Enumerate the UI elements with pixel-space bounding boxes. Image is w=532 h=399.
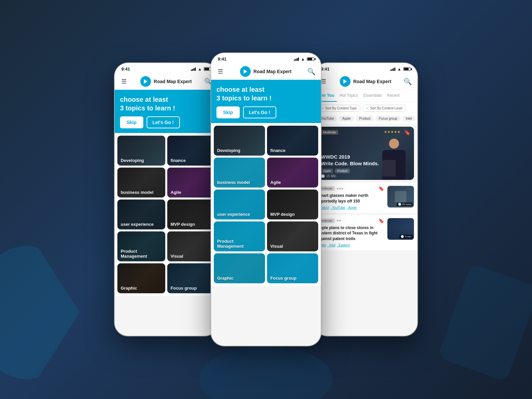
wifi-icon-3: ▲ (397, 67, 401, 71)
logo-area-2: Road Map Expert (240, 66, 291, 77)
play-icon-1 (143, 78, 149, 84)
bg-decoration-right (437, 263, 532, 382)
article-badge-row-2: Moderate 🔖 (318, 218, 384, 223)
topic-card-product-2[interactable]: ProductManagement (214, 221, 265, 251)
check-icon-level: ✓ (366, 106, 369, 110)
battery-icon-1 (204, 67, 211, 71)
topic-card-ux-1[interactable]: user experience (117, 200, 165, 229)
tag-focus-g[interactable]: Focus g (417, 116, 417, 121)
thumb-time-2: 🕐 5 min (399, 235, 413, 238)
signal-icon-1 (191, 67, 196, 71)
content-dots-2 (337, 220, 341, 221)
hamburger-menu-2[interactable]: ☰ (216, 66, 224, 76)
topic-card-agile-1[interactable]: Agile (167, 168, 215, 198)
tag-intel[interactable]: Intel (402, 116, 415, 121)
article-item-2[interactable]: Moderate 🔖 apple plans to close stores i… (314, 215, 417, 250)
filter-content-type[interactable]: ✓ Sort By Content Type (318, 105, 360, 112)
tags-row-3: YouTube Apple Product Focus group Intel … (314, 114, 417, 124)
tag-product[interactable]: Product (356, 116, 374, 121)
article-title-2: apple plans to close stores in eastern d… (318, 225, 384, 242)
check-icon-type: ✓ (321, 106, 324, 110)
featured-bookmark[interactable]: 🔖 (404, 129, 411, 136)
topic-card-developing-2[interactable]: Developing (214, 126, 265, 156)
tab-recent[interactable]: Recent (384, 90, 402, 102)
bg-decoration-left (0, 246, 80, 379)
topics-grid-2: Developing finance business model Agile (211, 123, 321, 286)
topic-label-graphic-1: Graphic (117, 283, 165, 293)
topic-label-product-1: ProductManagement (117, 246, 165, 261)
article-bookmark-1[interactable]: 🔖 (378, 186, 384, 191)
topic-card-ux-2[interactable]: user experience (214, 190, 265, 219)
clock-icon-1: 🕐 (398, 203, 401, 206)
topic-card-visual-2[interactable]: Visual (267, 221, 318, 251)
topic-label-visual-1: Visual (167, 251, 215, 261)
topic-card-focus-2[interactable]: Focus group (267, 253, 318, 283)
hamburger-menu-1[interactable]: ☰ (120, 76, 128, 86)
banner-buttons-2: Skip Let's Go ! (216, 106, 316, 118)
clock-icon-featured: 🕐 (321, 174, 325, 178)
featured-card[interactable]: Moderate ★★★★★ 🔖 WWDC 2019 Write Code. B… (318, 127, 414, 180)
topic-card-visual-1[interactable]: Visual (167, 231, 215, 261)
topic-card-finance-2[interactable]: finance (267, 126, 318, 156)
article-tag-eastern[interactable]: , Eastern (337, 243, 350, 247)
topic-card-product-1[interactable]: ProductManagement (117, 231, 165, 261)
topic-card-business-2[interactable]: business model (214, 158, 265, 188)
topic-card-mvp-2[interactable]: MVP design (267, 190, 318, 219)
letsgo-button-1[interactable]: Let's Go ! (147, 116, 180, 128)
topic-card-finance-1[interactable]: finance (167, 136, 215, 166)
thumb-img-hint-1 (395, 191, 407, 202)
featured-tag-apple: Apple (321, 169, 333, 173)
article-tag-intel[interactable]: , Intel (328, 243, 335, 247)
article-tags-1: Product , YouTube , Apple (318, 206, 384, 209)
tag-apple[interactable]: Apple (339, 116, 354, 121)
search-button-3[interactable]: 🔍 (404, 77, 412, 85)
choose-banner-1: choose at least 3 topics to learn ! Skip… (115, 90, 218, 133)
skip-button-2[interactable]: Skip (216, 106, 240, 118)
status-time-1: 9:41 (121, 66, 130, 71)
topic-label-visual-2: Visual (267, 241, 318, 251)
topic-card-agile-2[interactable]: Agile (267, 158, 318, 188)
tab-hot-topics[interactable]: Hot Topics (337, 90, 361, 102)
phone-1: 9:41 ▲ ☰ Road Map Expert 🔍 (115, 63, 218, 336)
article-tag-apple-1[interactable]: , Apple (346, 206, 357, 209)
topic-card-graphic-2[interactable]: Graphic (214, 253, 265, 283)
filter-content-level[interactable]: ✓ Sort By Content Level (362, 105, 406, 112)
article-left-2: Moderate 🔖 apple plans to close stores i… (318, 218, 384, 247)
topic-card-mvp-1[interactable]: MVP design (167, 200, 215, 229)
logo-text-1: Road Map Expert (154, 79, 192, 84)
skip-button-1[interactable]: Skip (120, 116, 143, 128)
article-thumb-2: 🕐 5 min (387, 218, 414, 240)
app-header-1: ☰ Road Map Expert 🔍 (115, 73, 218, 90)
topic-label-finance-2: finance (267, 145, 318, 156)
phone-2: 9:41 ▲ ☰ Road Map Expert 🔍 (211, 53, 321, 346)
logo-icon-3 (340, 76, 350, 87)
article-item-1[interactable]: Moderate 🔖 smart glasses maker north rep… (314, 183, 417, 213)
tag-focus-group[interactable]: Focus group (375, 116, 401, 121)
article-bookmark-2[interactable]: 🔖 (378, 218, 384, 223)
choose-title-1: choose at least 3 topics to learn ! (120, 95, 212, 112)
phone-3: 9:41 ▲ ☰ Road Map Expert 🔍 (314, 63, 417, 336)
presentation-hint (382, 160, 396, 177)
topic-card-graphic-1[interactable]: Graphic (117, 263, 165, 293)
logo-text-3: Road Map Expert (353, 79, 391, 84)
topic-label-focus-1: Focus group (167, 283, 215, 293)
topic-label-product-2: ProductManagement (214, 236, 265, 251)
topic-label-graphic-2: Graphic (214, 273, 265, 283)
topic-card-focus-1[interactable]: Focus group (167, 263, 215, 293)
tab-essentials[interactable]: Essentials (361, 90, 384, 102)
status-icons-2: ▲ (294, 57, 314, 62)
featured-tags: Apple Product (321, 169, 350, 173)
featured-stars: ★★★★★ (384, 130, 401, 134)
search-button-2[interactable]: 🔍 (307, 67, 316, 75)
topic-card-business-1[interactable]: business model (117, 168, 165, 198)
topic-label-agile-1: Agile (167, 187, 215, 198)
filter-type-label: Sort By Content Type (325, 106, 357, 110)
banner-buttons-1: Skip Let's Go ! (120, 116, 212, 128)
wifi-icon-2: ▲ (301, 57, 305, 62)
battery-icon-2 (307, 57, 314, 61)
signal-icon-3 (390, 67, 395, 71)
topic-card-developing-1[interactable]: Developing (117, 136, 165, 166)
article-tag-youtube[interactable]: , YouTube (330, 206, 345, 209)
letsgo-button-2[interactable]: Let's Go ! (243, 106, 276, 118)
filter-level-label: Sort By Content Level (370, 106, 402, 110)
